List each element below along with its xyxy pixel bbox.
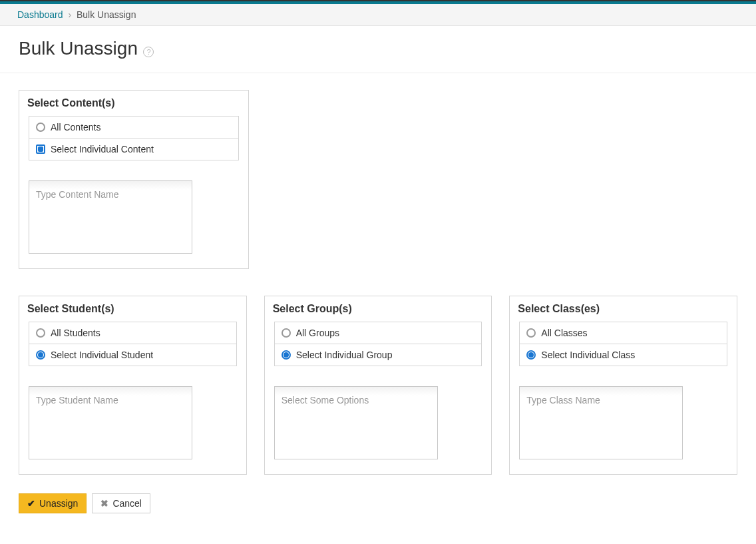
student-individual-label: Select Individual Student <box>51 350 153 360</box>
page-title: Bulk Unassign <box>19 38 138 59</box>
cancel-label: Cancel <box>112 498 142 509</box>
checkbox-checked-icon <box>36 144 45 154</box>
radio-checked-icon <box>36 350 45 360</box>
class-all-label: All Classes <box>541 328 587 338</box>
content-name-input[interactable]: Type Content Name <box>29 180 192 254</box>
page-title-row: Bulk Unassign ? <box>0 26 756 73</box>
radio-unchecked-icon <box>36 328 45 338</box>
class-individual-option[interactable]: Select Individual Class <box>519 344 727 366</box>
class-name-input[interactable]: Type Class Name <box>519 386 683 459</box>
panel-group: Select Group(s) All Groups Select Indivi… <box>264 296 492 475</box>
group-individual-option[interactable]: Select Individual Group <box>274 344 482 366</box>
close-icon: ✖ <box>100 498 108 509</box>
panel-student: Select Student(s) All Students Select In… <box>19 296 247 475</box>
panel-group-title: Select Group(s) <box>265 296 492 320</box>
action-bar: ✔ Unassign ✖ Cancel <box>19 493 737 513</box>
chevron-right-icon: › <box>68 9 71 20</box>
group-options-input[interactable]: Select Some Options <box>274 386 438 459</box>
student-all-option[interactable]: All Students <box>29 322 237 344</box>
group-all-option[interactable]: All Groups <box>274 322 482 344</box>
panel-content-body: All Contents Select Individual Content T… <box>19 115 248 268</box>
panel-row: Select Student(s) All Students Select In… <box>19 296 737 475</box>
content-individual-label: Select Individual Content <box>51 144 154 154</box>
radio-unchecked-icon <box>526 328 536 338</box>
unassign-label: Unassign <box>39 498 78 509</box>
panel-group-body: All Groups Select Individual Group Selec… <box>265 320 492 474</box>
group-individual-label: Select Individual Group <box>296 350 393 360</box>
content-individual-option[interactable]: Select Individual Content <box>29 138 239 160</box>
class-individual-label: Select Individual Class <box>541 350 635 360</box>
radio-checked-icon <box>526 350 536 360</box>
panel-class-body: All Classes Select Individual Class Type… <box>510 320 737 474</box>
student-all-label: All Students <box>51 328 100 338</box>
radio-unchecked-icon <box>36 123 45 132</box>
panel-class-title: Select Class(es) <box>510 296 737 320</box>
check-icon: ✔ <box>27 498 35 509</box>
content-all-label: All Contents <box>51 122 100 133</box>
unassign-button[interactable]: ✔ Unassign <box>19 493 87 513</box>
main-content: Select Content(s) All Contents Select In… <box>0 73 756 530</box>
student-name-input[interactable]: Type Student Name <box>29 386 192 459</box>
class-all-option[interactable]: All Classes <box>519 322 727 344</box>
content-all-option[interactable]: All Contents <box>29 116 239 138</box>
breadcrumb-current: Bulk Unassign <box>77 9 136 20</box>
panel-content: Select Content(s) All Contents Select In… <box>19 90 249 269</box>
radio-unchecked-icon <box>282 328 291 338</box>
radio-checked-icon <box>282 350 291 360</box>
panel-student-title: Select Student(s) <box>19 296 246 320</box>
panel-class: Select Class(es) All Classes Select Indi… <box>509 296 737 475</box>
cancel-button[interactable]: ✖ Cancel <box>92 493 150 513</box>
panel-student-body: All Students Select Individual Student T… <box>19 320 246 474</box>
help-icon[interactable]: ? <box>143 47 154 57</box>
group-all-label: All Groups <box>296 328 339 338</box>
breadcrumb: Dashboard › Bulk Unassign <box>0 4 756 26</box>
breadcrumb-root-link[interactable]: Dashboard <box>17 9 63 20</box>
panel-content-title: Select Content(s) <box>19 91 248 115</box>
student-individual-option[interactable]: Select Individual Student <box>29 344 237 366</box>
